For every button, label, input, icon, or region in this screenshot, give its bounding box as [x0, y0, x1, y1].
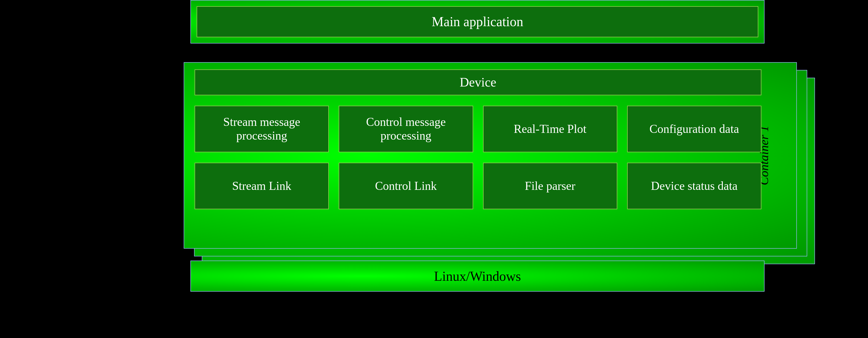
stream-link-box: Stream Link: [194, 163, 329, 209]
file-parser-box: File parser: [483, 163, 617, 209]
configuration-data-box: Configuration data: [627, 106, 762, 152]
container-1-card: Container 1 Device Stream message proces…: [184, 62, 797, 249]
main-application-box: Main application: [197, 6, 758, 37]
control-message-processing-box: Control message processing: [339, 106, 473, 152]
control-link-box: Control Link: [339, 163, 473, 209]
container-1-row-1: Stream message processing Control messag…: [194, 106, 762, 152]
container-1-row-2: Stream Link Control Link File parser Dev…: [194, 163, 762, 209]
real-time-plot-box: Real-Time Plot: [483, 106, 617, 152]
device-box: Device: [194, 69, 762, 95]
stream-message-processing-box: Stream message processing: [194, 106, 329, 152]
os-label: Linux/Windows: [434, 269, 521, 284]
os-bar: Linux/Windows: [190, 260, 765, 292]
device-status-data-box: Device status data: [627, 163, 762, 209]
main-application-panel: Main application: [190, 0, 765, 44]
container-1-content: Device Stream message processing Control…: [194, 69, 762, 242]
